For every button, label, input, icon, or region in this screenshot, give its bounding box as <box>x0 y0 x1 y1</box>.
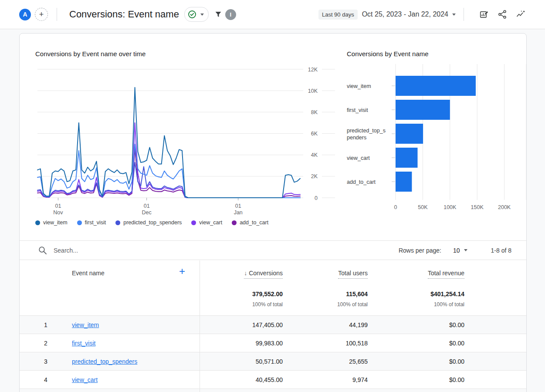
totals-conversions-value: 379,552.00 <box>200 291 283 297</box>
date-range-picker[interactable]: Last 90 days Oct 25, 2023 - Jan 22, 2024 <box>318 10 456 20</box>
column-divider <box>200 260 200 392</box>
legend-label: predicted_top_spenders <box>123 220 182 226</box>
plus-icon: + <box>39 10 44 19</box>
cell-conversions: 50,571.00 <box>200 358 283 365</box>
legend-item: predicted_top_spenders <box>115 220 182 226</box>
cell-total-revenue: $0.00 <box>368 358 464 365</box>
totals-conversions: 379,552.00 100% of total <box>200 291 283 308</box>
row-number: 4 <box>20 376 72 383</box>
page-title: Conversions: Event name <box>69 9 179 20</box>
table-header: Event name ↓Conversions Total users Tota… <box>20 260 526 308</box>
legend-item: view_cart <box>191 220 222 226</box>
table-toolbar: Rows per page: 10 1-8 of 8 <box>20 240 526 260</box>
totals-conversions-share: 100% of total <box>200 301 283 308</box>
svg-text:200K: 200K <box>498 204 511 210</box>
legend-item: view_item <box>35 220 68 226</box>
report-body: Conversions by Event name over time 02K4… <box>0 29 545 392</box>
svg-text:50K: 50K <box>418 204 428 210</box>
event-link[interactable]: view_item <box>72 321 99 328</box>
share-icon[interactable] <box>497 9 508 20</box>
svg-text:100K: 100K <box>443 204 457 210</box>
pagination-range: 1-8 of 8 <box>491 247 511 254</box>
search-input[interactable] <box>53 247 185 254</box>
rows-per-page-value: 10 <box>453 247 460 254</box>
svg-text:Jan: Jan <box>234 210 243 216</box>
rows-per-page-select[interactable]: 10 <box>453 247 467 254</box>
event-link[interactable]: view_cart <box>72 376 98 383</box>
data-quality-pill[interactable] <box>184 7 209 22</box>
date-range-text: Oct 25, 2023 - Jan 22, 2024 <box>362 10 448 18</box>
legend-dot <box>115 220 120 225</box>
cell-total-revenue: $0.00 <box>368 321 464 328</box>
chevron-down-icon <box>452 14 456 16</box>
table-row: 2 first_visit 99,983.00 100,518 $0.00 <box>20 334 526 352</box>
cell-conversions: 99,983.00 <box>200 340 283 347</box>
cell-total-users: 9,974 <box>283 376 368 383</box>
event-name-header[interactable]: Event name <box>72 270 105 277</box>
row-number: 1 <box>20 321 72 328</box>
svg-text:150K: 150K <box>471 204 484 210</box>
svg-text:view_cart: view_cart <box>347 155 370 161</box>
totals-users-share: 100% of total <box>283 301 368 308</box>
account-avatar[interactable]: A <box>19 9 31 20</box>
row-number: 2 <box>20 340 72 347</box>
table-row: 4 view_cart 40,455.00 9,974 $0.00 <box>20 370 526 389</box>
conversions-sort-header[interactable]: ↓Conversions <box>244 270 283 279</box>
app-bar: A + Conversions: Event name I Last 90 da… <box>0 0 545 29</box>
line-chart[interactable]: 02K4K6K8K10K12K01Nov01Dec01Jan <box>33 61 338 218</box>
total-revenue-header[interactable]: Total revenue <box>428 270 464 279</box>
chart-legend: view_item first_visit predicted_top_spen… <box>35 220 268 226</box>
svg-text:2K: 2K <box>311 173 318 179</box>
svg-text:01: 01 <box>235 203 241 209</box>
customize-report-icon[interactable] <box>479 9 489 20</box>
event-link[interactable]: first_visit <box>72 340 95 347</box>
rows-per-page-label: Rows per page: <box>399 247 441 254</box>
totals-revenue: $401,254.14 100% of total <box>368 291 464 308</box>
totals-users-value: 115,604 <box>283 291 368 297</box>
total-users-header[interactable]: Total users <box>338 270 368 279</box>
date-preset-chip: Last 90 days <box>318 10 358 20</box>
add-column-button[interactable]: + <box>179 266 185 277</box>
event-link[interactable]: predicted_top_spenders <box>72 358 137 365</box>
divider <box>57 8 57 21</box>
cell-total-users: 100,518 <box>283 340 368 347</box>
totals-spacer <box>72 291 200 308</box>
legend-dot <box>35 220 40 225</box>
svg-text:penders: penders <box>347 135 366 141</box>
check-circle-icon <box>188 10 196 19</box>
search-icon[interactable] <box>38 246 47 255</box>
totals-users: 115,604 100% of total <box>283 291 368 308</box>
table-header-row: Event name ↓Conversions Total users Tota… <box>20 260 526 279</box>
svg-text:0: 0 <box>315 195 318 201</box>
line-chart-title: Conversions by Event name over time <box>35 50 146 57</box>
insights-badge[interactable]: I <box>225 9 236 20</box>
legend-label: first_visit <box>85 220 106 226</box>
legend-label: add_to_cart <box>240 220 268 226</box>
svg-text:0: 0 <box>394 204 397 210</box>
toolbar-right: Rows per page: 10 1-8 of 8 <box>399 247 511 254</box>
legend-dot <box>77 220 82 225</box>
cell-total-users: 25,655 <box>283 358 368 365</box>
row-number: 3 <box>20 358 72 365</box>
chevron-down-icon <box>464 249 467 251</box>
chevron-down-icon <box>200 14 204 16</box>
svg-text:Dec: Dec <box>142 210 152 216</box>
add-comparison-button[interactable]: + <box>35 8 48 21</box>
svg-text:01: 01 <box>55 203 61 209</box>
svg-text:10K: 10K <box>308 88 318 94</box>
cell-conversions: 147,405.00 <box>200 321 283 328</box>
legend-label: view_cart <box>199 220 222 226</box>
svg-text:12K: 12K <box>308 67 318 73</box>
bar-chart[interactable]: 050K100K150K200Kview_itemfirst_visitpred… <box>347 61 527 218</box>
divider <box>464 8 464 21</box>
legend-dot <box>232 220 237 225</box>
legend-item: first_visit <box>77 220 106 226</box>
totals-revenue-share: 100% of total <box>368 301 464 308</box>
insights-icon[interactable] <box>515 9 526 20</box>
svg-text:Nov: Nov <box>53 210 63 216</box>
table-row: 1 view_item 147,405.00 44,199 $0.00 <box>20 315 526 334</box>
totals-spacer <box>20 291 72 308</box>
filter-icon[interactable] <box>213 10 223 19</box>
sort-descending-icon: ↓ <box>244 270 247 277</box>
table-row: 3 predicted_top_spenders 50,571.00 25,65… <box>20 352 526 370</box>
